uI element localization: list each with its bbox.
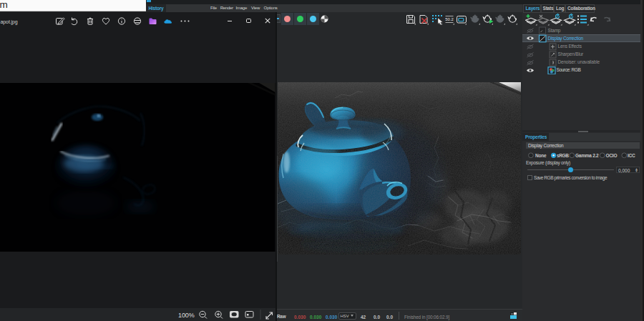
svg-text:50.2: 50.2	[445, 17, 453, 21]
